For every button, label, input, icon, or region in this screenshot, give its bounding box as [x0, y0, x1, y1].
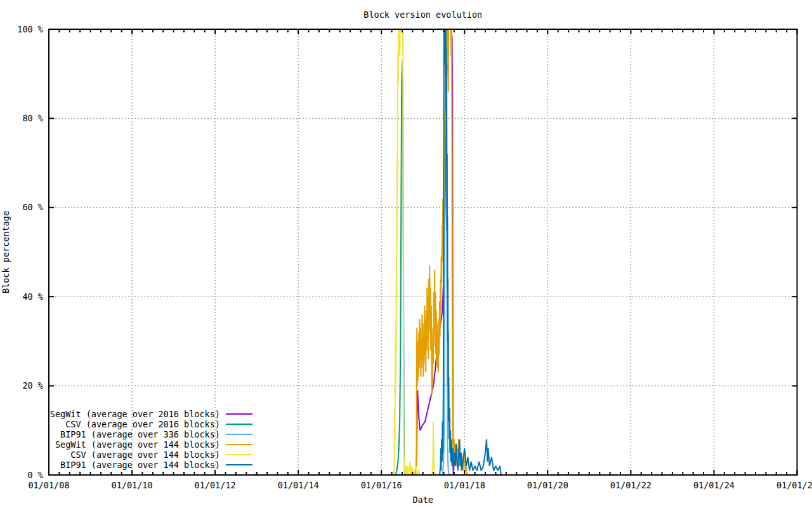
- chart-legend: SegWit (average over 2016 blocks) CSV (a…: [49, 409, 252, 470]
- legend-label: SegWit (average over 144 blocks): [55, 439, 220, 450]
- legend-line-swatch: [226, 454, 252, 455]
- x-tick-label: 01/01/22: [610, 480, 652, 490]
- x-tick-label: 01/01/12: [195, 480, 236, 490]
- legend-item-csv-2016: CSV (average over 2016 blocks): [49, 419, 252, 429]
- plot-border: [49, 29, 797, 475]
- y-tick-label: 0 %: [28, 470, 43, 480]
- legend-item-bip91-144: BIP91 (average over 144 blocks): [49, 460, 252, 470]
- legend-item-segwit-144: SegWit (average over 144 blocks): [49, 439, 252, 450]
- y-tick-label: 60 %: [22, 202, 43, 212]
- series-line-bip91-144: [440, 29, 501, 475]
- x-tick-label: 01/01/20: [527, 480, 568, 490]
- legend-item-segwit-2016: SegWit (average over 2016 blocks): [49, 409, 252, 419]
- x-tick-label: 01/01/14: [278, 480, 319, 490]
- y-tick-label: 20 %: [22, 380, 43, 391]
- legend-item-csv-144: CSV (average over 144 blocks): [49, 450, 252, 460]
- legend-label: SegWit (average over 2016 blocks): [50, 409, 220, 419]
- x-tick-label: 01/01/26: [776, 480, 812, 490]
- x-tick-label: 01/01/08: [28, 480, 69, 490]
- y-tick-label: 100 %: [17, 24, 43, 34]
- legend-label: CSV (average over 144 blocks): [70, 450, 220, 460]
- chart-title: Block version evolution: [363, 10, 482, 20]
- x-tick-label: 01/01/10: [112, 480, 153, 490]
- legend-line-swatch: [226, 424, 252, 425]
- legend-line-swatch: [226, 444, 252, 445]
- x-axis-title: Date: [412, 495, 433, 505]
- legend-line-swatch: [226, 464, 252, 465]
- y-axis-title: Block percentage: [1, 211, 11, 293]
- legend-item-bip91-336: BIP91 (average over 336 blocks): [49, 429, 252, 439]
- y-tick-label: 80 %: [22, 113, 43, 123]
- x-tick-label: 01/01/24: [693, 480, 735, 490]
- series-line-csv-2016: [396, 60, 417, 475]
- legend-label: CSV (average over 2016 blocks): [65, 419, 220, 429]
- legend-label: BIP91 (average over 336 blocks): [60, 429, 220, 439]
- legend-line-swatch: [226, 434, 252, 435]
- y-tick-label: 40 %: [22, 291, 43, 302]
- legend-label: BIP91 (average over 144 blocks): [60, 460, 220, 470]
- legend-line-swatch: [226, 413, 252, 415]
- series-line-segwit-144: [416, 29, 469, 475]
- x-tick-label: 01/01/18: [444, 480, 485, 490]
- chart-canvas: 01/01/0801/01/1001/01/1201/01/1401/01/16…: [0, 0, 812, 508]
- x-tick-label: 01/01/16: [361, 480, 402, 490]
